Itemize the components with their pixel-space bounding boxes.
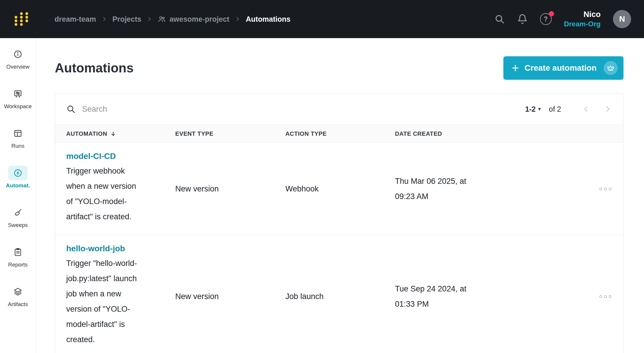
chevron-down-icon: ▾ — [538, 107, 541, 111]
event-type-cell: New version — [175, 143, 285, 235]
event-type-cell: New version — [175, 235, 285, 353]
prev-page-button[interactable] — [582, 105, 590, 113]
date-created-cell: Tue Sep 24 2024, at 01:33 PM — [395, 281, 477, 312]
table-icon — [8, 126, 28, 141]
sidebar-item-reports[interactable]: Reports — [8, 245, 28, 268]
table-row: hello-world-job Trigger "hello-world-job… — [55, 235, 623, 353]
automations-panel: 1-2 ▾ of 2 AUTOMATION EVENT TYPE ACTION … — [55, 93, 623, 353]
create-automation-button[interactable]: Create automation — [503, 56, 623, 80]
sidebar-item-label: Reports — [8, 262, 28, 268]
automation-description: Trigger "hello-world-job.py:latest" laun… — [66, 256, 145, 347]
column-header-action-type[interactable]: ACTION TYPE — [285, 130, 395, 137]
automation-link[interactable]: hello-world-job — [66, 244, 125, 253]
clipboard-icon — [8, 245, 28, 259]
automation-link[interactable]: model-CI-CD — [66, 152, 116, 161]
topbar-actions: ? Nico Dream-Org N — [494, 10, 631, 28]
sidebar-item-artifacts[interactable]: Artifacts — [8, 284, 28, 308]
breadcrumb-current-page[interactable]: Automations — [246, 15, 291, 23]
main-content: Automations Create automation 1-2 ▾ of 2 — [36, 38, 644, 353]
breadcrumb-project-label: awesome-project — [169, 15, 229, 23]
search-icon[interactable] — [494, 14, 505, 24]
create-automation-label: Create automation — [524, 63, 597, 73]
automation-bolt-icon — [8, 166, 28, 180]
sidebar-item-label: Automat. — [6, 182, 30, 189]
automation-description: Trigger webhook when a new version of "Y… — [66, 163, 145, 224]
page-range-dropdown[interactable]: 1-2 ▾ — [525, 105, 541, 113]
user-org: Dream-Org — [564, 20, 601, 28]
pagination: 1-2 ▾ of 2 — [525, 105, 612, 113]
sort-descending-icon — [110, 131, 116, 137]
avatar[interactable]: N — [613, 10, 631, 28]
column-header-date-created[interactable]: DATE CREATED — [395, 130, 547, 137]
panel-toolbar: 1-2 ▾ of 2 — [55, 94, 623, 125]
help-icon[interactable]: ? — [540, 13, 552, 25]
chevron-right-icon — [146, 16, 152, 22]
bell-icon[interactable] — [517, 14, 528, 24]
plus-icon — [511, 64, 520, 72]
action-type-cell: Job launch — [285, 235, 395, 353]
page-title: Automations — [55, 61, 134, 75]
sidebar-item-label: Overview — [6, 64, 29, 70]
sidebar-item-label: Artifacts — [8, 301, 28, 308]
sidebar-item-label: Workspace — [4, 103, 32, 110]
sidebar-item-sweeps[interactable]: Sweeps — [8, 205, 28, 228]
sidebar-item-runs[interactable]: Runs — [8, 126, 28, 149]
breadcrumb-projects[interactable]: Projects — [113, 15, 142, 23]
sidebar-item-overview[interactable]: Overview — [6, 47, 29, 70]
user-menu[interactable]: Nico Dream-Org — [564, 10, 601, 28]
search-input[interactable] — [82, 105, 525, 114]
topbar: dream-team Projects awesome-project Auto… — [0, 0, 644, 38]
crown-icon — [604, 61, 618, 75]
notification-dot — [549, 11, 554, 16]
breadcrumb-project[interactable]: awesome-project — [158, 15, 229, 23]
easel-icon — [8, 86, 28, 101]
action-type-cell: Webhook — [285, 143, 395, 235]
broom-icon — [8, 205, 28, 220]
row-overflow-menu-button[interactable] — [599, 184, 612, 194]
info-icon — [8, 47, 28, 62]
breadcrumb-team[interactable]: dream-team — [54, 15, 96, 23]
breadcrumb: dream-team Projects awesome-project Auto… — [54, 15, 290, 23]
sidebar-item-workspace[interactable]: Workspace — [4, 86, 32, 110]
date-created-cell: Thu Mar 06 2025, at 09:23 AM — [395, 174, 477, 204]
table-header-row: AUTOMATION EVENT TYPE ACTION TYPE DATE C… — [55, 125, 623, 143]
row-overflow-menu-button[interactable] — [599, 292, 612, 301]
table-row: model-CI-CD Trigger webhook when a new v… — [55, 143, 623, 235]
team-icon — [158, 15, 166, 23]
search-icon — [66, 104, 76, 114]
page-total-label: of 2 — [549, 105, 561, 113]
page-range-label: 1-2 — [525, 105, 536, 113]
next-page-button[interactable] — [603, 105, 612, 113]
chevron-right-icon — [235, 16, 241, 22]
sidebar-item-automations[interactable]: Automat. — [6, 166, 30, 189]
user-name: Nico — [564, 10, 601, 20]
sidebar-item-label: Sweeps — [8, 222, 28, 228]
page-header: Automations Create automation — [36, 38, 644, 80]
chevron-right-icon — [101, 16, 107, 22]
wandb-logo-icon[interactable] — [13, 11, 30, 28]
column-header-event-type[interactable]: EVENT TYPE — [175, 130, 285, 137]
layers-icon — [8, 284, 28, 299]
sidebar: Overview Workspace Runs Automat. Sweeps … — [0, 38, 36, 353]
sidebar-item-label: Runs — [11, 143, 24, 149]
column-header-automation[interactable]: AUTOMATION — [66, 130, 175, 137]
